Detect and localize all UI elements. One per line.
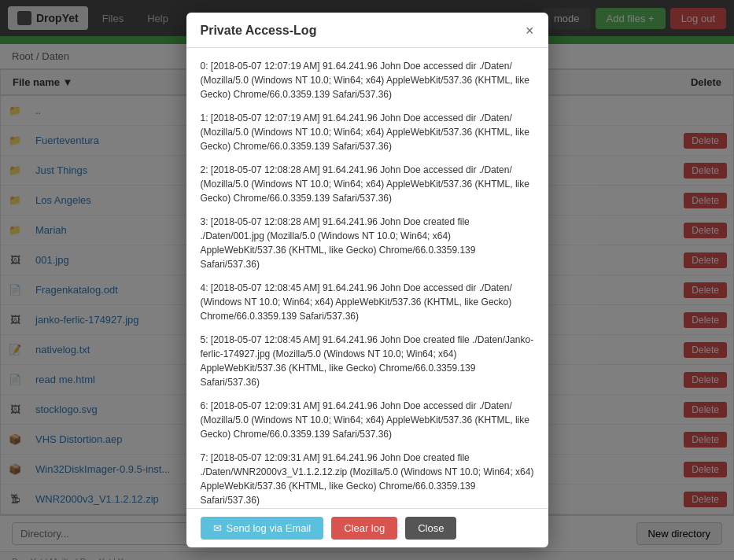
log-entry: 3: [2018-05-07 12:08:28 AM] 91.64.241.96…	[201, 215, 534, 271]
close-modal-button[interactable]: Close	[405, 517, 456, 540]
modal-footer: ✉ Send log via Email Clear log Close	[186, 508, 548, 547]
modal-header: Private Access-Log ×	[186, 13, 548, 48]
modal-overlay: Private Access-Log × 0: [2018-05-07 12:0…	[0, 0, 734, 560]
send-log-label: Send log via Email	[227, 522, 312, 534]
log-entry: 4: [2018-05-07 12:08:45 AM] 91.64.241.96…	[201, 281, 534, 323]
log-entry: 1: [2018-05-07 12:07:19 AM] 91.64.241.96…	[201, 111, 534, 153]
modal-close-x-button[interactable]: ×	[526, 24, 534, 38]
log-entry: 2: [2018-05-07 12:08:28 AM] 91.64.241.96…	[201, 163, 534, 205]
modal-body[interactable]: 0: [2018-05-07 12:07:19 AM] 91.64.241.96…	[186, 48, 548, 508]
log-entry: 5: [2018-05-07 12:08:45 AM] 91.64.241.96…	[201, 333, 534, 389]
send-icon: ✉	[213, 522, 222, 534]
send-log-button[interactable]: ✉ Send log via Email	[201, 517, 324, 540]
modal-title: Private Access-Log	[201, 24, 317, 38]
clear-log-button[interactable]: Clear log	[331, 517, 397, 540]
log-entry: 6: [2018-05-07 12:09:31 AM] 91.64.241.96…	[201, 399, 534, 441]
log-entry: 7: [2018-05-07 12:09:31 AM] 91.64.241.96…	[201, 451, 534, 507]
log-entry: 0: [2018-05-07 12:07:19 AM] 91.64.241.96…	[201, 59, 534, 101]
access-log-modal: Private Access-Log × 0: [2018-05-07 12:0…	[186, 13, 548, 547]
